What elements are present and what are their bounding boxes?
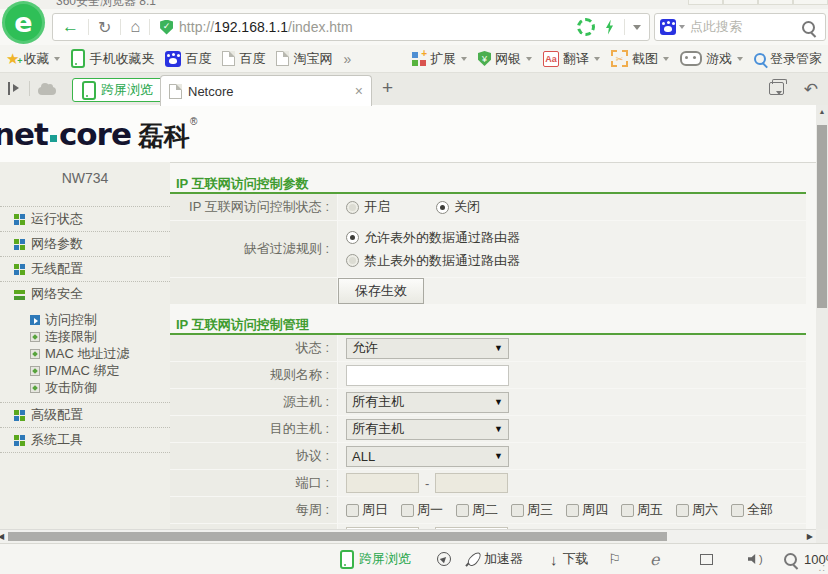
checkbox[interactable] xyxy=(346,504,359,517)
horizontal-scrollbar[interactable]: ◀ ▶ xyxy=(0,529,816,543)
weekday-saturday[interactable]: 周六 xyxy=(676,501,718,519)
radio-option-deny[interactable]: 禁止表外的数据通过路由器 xyxy=(346,252,520,270)
checkbox[interactable] xyxy=(401,504,414,517)
tab-netcore[interactable]: Netcore × xyxy=(160,75,372,106)
browser-360-logo-icon[interactable]: e xyxy=(2,1,45,44)
speed-lightning-icon[interactable] xyxy=(604,20,615,35)
reopen-closed-tab-icon[interactable]: ↶ xyxy=(804,79,818,99)
translate-button[interactable]: Aa翻译 xyxy=(543,50,600,68)
home-button[interactable]: ⌂ xyxy=(121,18,149,36)
bookmark-baidu[interactable]: 百度 xyxy=(165,50,211,68)
radio-button[interactable] xyxy=(346,254,359,267)
protocol-select[interactable]: ALL▼ xyxy=(346,446,509,467)
status-ie-mode-button[interactable]: e xyxy=(650,544,659,574)
radio-option-disable[interactable]: 关闭 xyxy=(436,198,480,216)
favorites-button[interactable]: ★+收藏 xyxy=(6,50,60,68)
tab-list-icon[interactable] xyxy=(769,82,784,95)
weekday-sunday[interactable]: 周日 xyxy=(346,501,388,519)
baidu-paw-icon[interactable] xyxy=(660,19,676,35)
engine-chevron-icon[interactable] xyxy=(679,25,685,29)
extensions-button[interactable]: 扩展 xyxy=(412,50,467,68)
submenu-item-attack-defense[interactable]: 攻击防御 xyxy=(30,379,170,396)
status-compass-button[interactable] xyxy=(437,544,451,574)
status-report-button[interactable]: ⚐ xyxy=(608,544,621,574)
status-mute-button[interactable]: ) xyxy=(748,544,763,574)
radio-option-allow[interactable]: 允许表外的数据通过路由器 xyxy=(346,229,520,247)
sidebar-item-system-tools[interactable]: 系统工具 xyxy=(0,428,170,453)
site-safety-shield-icon[interactable]: ✓ xyxy=(160,20,173,35)
port-to-input[interactable] xyxy=(435,473,508,493)
online-banking-button[interactable]: ¥网银 xyxy=(478,50,532,68)
side-panel-toggle-icon[interactable] xyxy=(8,82,22,95)
screenshot-button[interactable]: ✂截图 xyxy=(611,50,669,68)
url-dropdown-chevron-icon[interactable] xyxy=(633,25,641,30)
status-window-mode-button[interactable] xyxy=(700,544,713,574)
scroll-up-arrow-icon[interactable]: ▲ xyxy=(816,108,828,115)
login-manager-button[interactable]: 登录管家 xyxy=(754,50,822,68)
weekday-thursday[interactable]: 周四 xyxy=(566,501,608,519)
checkbox[interactable] xyxy=(566,504,579,517)
checkbox[interactable] xyxy=(511,504,524,517)
back-button[interactable]: ← xyxy=(53,17,88,37)
checkbox[interactable] xyxy=(621,504,634,517)
radio-button-checked[interactable] xyxy=(436,201,449,214)
tab-close-icon[interactable]: × xyxy=(355,83,363,99)
scroll-right-arrow-icon[interactable]: ▶ xyxy=(807,532,813,541)
sidebar-item-wireless-config[interactable]: 无线配置 xyxy=(0,257,170,282)
url-input[interactable]: http://192.168.1.1/index.htm xyxy=(179,19,577,35)
save-button[interactable]: 保存生效 xyxy=(338,278,424,304)
vertical-scrollbar-thumb[interactable] xyxy=(817,125,827,308)
cloud-sync-icon[interactable] xyxy=(38,87,56,95)
section-title: IP 互联网访问控制参数 xyxy=(170,162,816,192)
submenu-item-connection-limit[interactable]: 连接限制 xyxy=(30,328,170,345)
address-bar[interactable]: ← ↻ ⌂ ✓ http://192.168.1.1/index.htm xyxy=(52,13,650,41)
refresh-button[interactable]: ↻ xyxy=(89,18,120,37)
horizontal-scrollbar-thumb[interactable] xyxy=(8,532,667,541)
bookmark-taobao[interactable]: 淘宝网 xyxy=(276,50,332,68)
search-icon[interactable] xyxy=(802,21,815,34)
source-host-select[interactable]: 所有主机▼ xyxy=(346,392,509,413)
status-accelerator-button[interactable]: 加速器 xyxy=(470,544,523,574)
new-tab-button[interactable]: + xyxy=(382,77,393,99)
games-button[interactable]: 游戏 xyxy=(680,50,743,68)
weekday-monday[interactable]: 周一 xyxy=(401,501,443,519)
rule-name-input[interactable] xyxy=(346,365,509,386)
submenu-item-mac-filter[interactable]: MAC 地址过滤 xyxy=(30,345,170,362)
scroll-left-arrow-icon[interactable]: ◀ xyxy=(0,532,4,541)
checkbox[interactable] xyxy=(731,504,744,517)
weekday-tuesday[interactable]: 周二 xyxy=(456,501,498,519)
radio-button-checked[interactable] xyxy=(346,231,359,244)
submenu-item-ip-mac-binding[interactable]: IP/MAC 绑定 xyxy=(30,362,170,379)
search-box[interactable]: 点此搜索 xyxy=(654,13,826,41)
cross-screen-browse-button[interactable]: 跨屏浏览 xyxy=(72,78,163,102)
radio-button[interactable] xyxy=(346,201,359,214)
field-label: 缺省过滤规则 : xyxy=(170,221,337,277)
search-input[interactable]: 点此搜索 xyxy=(690,18,802,36)
checkbox[interactable] xyxy=(676,504,689,517)
checkbox[interactable] xyxy=(456,504,469,517)
status-download-button[interactable]: ↓下载 xyxy=(550,544,589,574)
resize-grip[interactable]: .: xyxy=(818,562,826,573)
screenshot-icon: ✂ xyxy=(611,50,628,67)
sidebar-item-running-status[interactable]: 运行状态 xyxy=(0,207,170,232)
status-cross-screen-button[interactable]: 跨屏浏览 xyxy=(340,544,411,574)
toolbar-extensions-group: 扩展 ¥网银 Aa翻译 ✂截图 游戏 登录管家 xyxy=(412,50,824,68)
weekday-wednesday[interactable]: 周三 xyxy=(511,501,553,519)
submenu-item-access-control[interactable]: 访问控制 xyxy=(30,311,170,328)
form-row-save: 保存生效 xyxy=(170,278,806,304)
bookmark-baidu-2[interactable]: 百度 xyxy=(222,50,265,68)
radio-option-enable[interactable]: 开启 xyxy=(346,198,390,216)
weekday-friday[interactable]: 周五 xyxy=(621,501,663,519)
gamepad-icon xyxy=(680,51,702,66)
sidebar-item-network-security[interactable]: 网络安全 xyxy=(0,282,170,306)
sidebar-item-network-params[interactable]: 网络参数 xyxy=(0,232,170,257)
status-select[interactable]: 允许▼ xyxy=(346,338,509,359)
vertical-scrollbar[interactable]: ▲ ▼ xyxy=(816,105,828,543)
sidebar-item-advanced-config[interactable]: 高级配置 xyxy=(0,403,170,428)
port-from-input[interactable] xyxy=(346,473,419,493)
bookmark-mobile-favorites[interactable]: 手机收藏夹 xyxy=(71,49,154,68)
bookmarks-overflow-button[interactable]: » xyxy=(343,51,349,67)
dest-host-select[interactable]: 所有主机▼ xyxy=(346,419,509,440)
snapshot-icon[interactable] xyxy=(577,18,595,36)
weekday-all[interactable]: 全部 xyxy=(731,501,773,519)
